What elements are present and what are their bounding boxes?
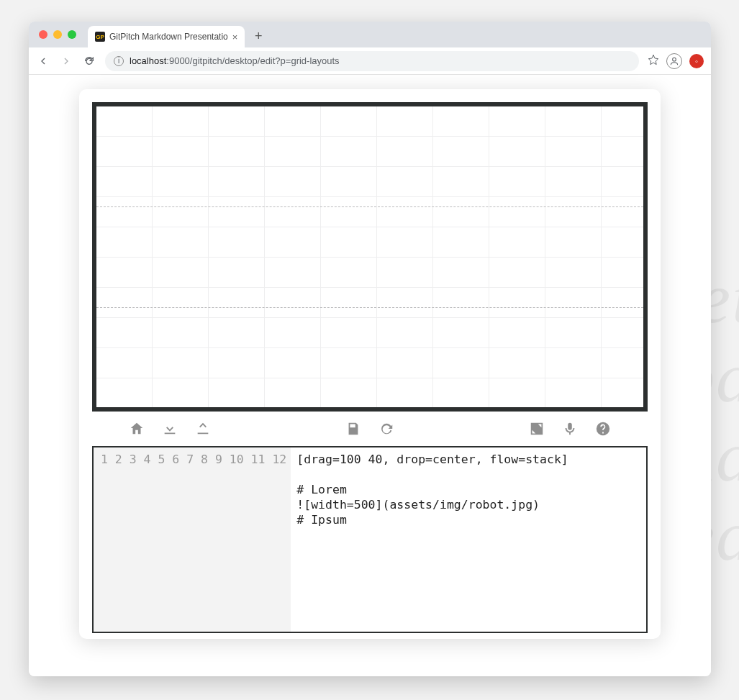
- new-tab-button[interactable]: +: [249, 27, 268, 45]
- editor-app: 1 2 3 4 5 6 7 8 9 10 11 12 [drag=100 40,…: [79, 89, 661, 639]
- refresh-button[interactable]: [378, 420, 395, 437]
- window-controls: [39, 30, 76, 39]
- mic-button[interactable]: [561, 420, 579, 437]
- address-bar[interactable]: i localhost:9000/gitpitch/desktop/edit?p…: [105, 51, 639, 71]
- tab-favicon: GP: [95, 32, 105, 42]
- expand-button[interactable]: [528, 420, 545, 437]
- close-tab-button[interactable]: ×: [232, 32, 238, 42]
- page-content: 1 2 3 4 5 6 7 8 9 10 11 12 [drag=100 40,…: [29, 75, 711, 676]
- url-path: :9000/gitpitch/desktop/edit?p=grid-layou…: [166, 55, 339, 66]
- url-host: localhost: [130, 55, 166, 66]
- download-button[interactable]: [161, 420, 178, 437]
- code-area[interactable]: [drag=100 40, drop=center, flow=stack] #…: [291, 447, 574, 632]
- tab-strip: GP GitPitch Markdown Presentatio × +: [29, 22, 711, 47]
- grid-overlay: [96, 106, 643, 407]
- forward-button[interactable]: [59, 54, 73, 68]
- extension-icon[interactable]: ◦: [689, 54, 704, 68]
- browser-window: GP GitPitch Markdown Presentatio × + i l…: [29, 22, 711, 676]
- close-window-button[interactable]: [39, 30, 47, 39]
- upload-button[interactable]: [194, 420, 212, 437]
- back-button[interactable]: [36, 54, 50, 68]
- reload-button[interactable]: [82, 54, 96, 68]
- slide-preview[interactable]: [92, 102, 648, 412]
- save-button[interactable]: [345, 420, 362, 437]
- profile-button[interactable]: [666, 53, 682, 69]
- minimize-window-button[interactable]: [53, 30, 62, 39]
- svg-point-0: [673, 58, 676, 61]
- site-info-icon[interactable]: i: [114, 56, 124, 66]
- url-bar: i localhost:9000/gitpitch/desktop/edit?p…: [29, 47, 711, 75]
- home-button[interactable]: [128, 420, 145, 437]
- tab-title: GitPitch Markdown Presentatio: [109, 32, 228, 42]
- editor-toolbar: [92, 412, 648, 446]
- bookmark-button[interactable]: [648, 54, 659, 68]
- browser-tab[interactable]: GP GitPitch Markdown Presentatio ×: [88, 26, 245, 47]
- line-numbers: 1 2 3 4 5 6 7 8 9 10 11 12: [94, 447, 291, 632]
- maximize-window-button[interactable]: [68, 30, 76, 39]
- code-editor[interactable]: 1 2 3 4 5 6 7 8 9 10 11 12 [drag=100 40,…: [92, 446, 648, 633]
- help-button[interactable]: [594, 420, 612, 437]
- url-text: localhost:9000/gitpitch/desktop/edit?p=g…: [130, 55, 340, 66]
